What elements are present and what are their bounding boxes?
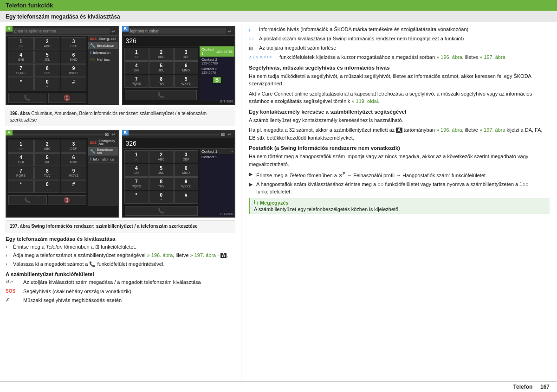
link-197-sec2[interactable]: » 197. ábra <box>479 127 505 133</box>
wrench-icon: 🔧 <box>90 43 95 48</box>
k5[interactable]: 5JKL <box>34 153 60 166</box>
key-hash[interactable]: # <box>61 77 87 90</box>
screen-197-b-del[interactable]: ⊠ <box>220 132 226 137</box>
screen-197-b-back[interactable]: ↩ <box>226 132 233 137</box>
screen-197-a-input[interactable] <box>12 134 104 135</box>
key-2b[interactable]: 2ABC <box>149 48 174 61</box>
menu-info-197[interactable]: ℹ Information call <box>88 156 118 163</box>
contact-3-num: 12345678 <box>201 71 233 74</box>
k-star[interactable]: * <box>8 180 34 193</box>
contact-2-item[interactable]: Contact 2 123456789 <box>200 57 234 66</box>
key-7b[interactable]: 7PQRS <box>124 75 149 88</box>
call-icon-func: ↺↗ <box>6 279 19 285</box>
section3-title: Postafiók (a Swing információs rendszerr… <box>249 145 550 151</box>
screen-197-b-topbar: ⌃ ⊠ ↩ <box>123 131 235 138</box>
k9b[interactable]: 9WXYZ <box>174 177 199 190</box>
nav-left-btn[interactable]: ‹ <box>229 149 230 154</box>
key-0[interactable]: 0+ <box>34 77 60 90</box>
link-196-nav[interactable]: » 196. ábra <box>436 54 462 60</box>
k-0b[interactable]: 0+ <box>149 191 174 204</box>
screen-197-a-back[interactable]: ↩ <box>110 132 117 137</box>
key-5[interactable]: 5JKL <box>34 51 60 64</box>
k2b[interactable]: 2ABC <box>149 150 174 163</box>
k1b[interactable]: 1○○ <box>124 150 149 163</box>
key-call-b[interactable]: 📞 <box>125 90 197 100</box>
key-8[interactable]: 8TUV <box>34 64 60 77</box>
key-9b[interactable]: 9WXYZ <box>174 75 199 88</box>
menu-breakdown-197[interactable]: 🔧 Breakdown call <box>88 147 118 156</box>
menu-mailbox[interactable]: ○○ Mail box <box>88 56 118 63</box>
contact-3-item[interactable]: Contact 3 12345678 <box>200 66 234 75</box>
screen-196-a-input[interactable]: Enter telephone number <box>12 28 110 34</box>
k3[interactable]: 3DEF <box>61 140 87 153</box>
link-197-body[interactable]: » 197. ábra <box>190 252 216 258</box>
k5b[interactable]: 5JKL <box>149 164 174 177</box>
contact-1-selected[interactable]: Contact 1 123456788 <box>200 46 234 57</box>
section2-p2: Ha pl. megadta a 32 számot, akkor a szám… <box>249 126 550 141</box>
k8b[interactable]: 8TUV <box>149 177 174 190</box>
key-call-197a[interactable]: 📞 <box>8 195 47 205</box>
k-0[interactable]: 0+ <box>34 180 60 193</box>
screen-197-b-number: 326 <box>123 138 235 149</box>
key-6b[interactable]: 6MNO <box>174 61 199 74</box>
key-end[interactable]: 📵 <box>48 93 86 103</box>
k7b[interactable]: 7PQRS <box>124 177 149 190</box>
contact-2-197[interactable]: Contact 2 <box>200 154 234 160</box>
key-3b[interactable]: 3DEF <box>174 48 199 61</box>
screen-196-a-back[interactable]: ↩ <box>110 29 117 34</box>
screen-196-b-back[interactable]: ↩ <box>226 29 233 34</box>
key-9[interactable]: 9WXYZ <box>61 64 87 77</box>
body-item-2: › Adja meg a telefonszámot a számbillent… <box>6 252 235 259</box>
key-1b[interactable]: 1○○ <box>124 48 149 61</box>
key-6[interactable]: 6MNO <box>61 51 87 64</box>
k2[interactable]: 2ABC <box>34 140 60 153</box>
link-196-sec2[interactable]: » 196. ábra <box>436 127 462 133</box>
screen-197-a-del[interactable]: ⊠ <box>104 132 110 137</box>
link-196-body[interactable]: » 196. ábra <box>147 252 173 258</box>
nav-right-btn[interactable]: › <box>231 149 233 154</box>
screen-196-a-keypad: 1○○ 2ABC 3DEF 4GHI 5JKL 6MNO 7PQRS 8TUV … <box>6 36 88 104</box>
k3b[interactable]: 3DEF <box>174 150 199 163</box>
menu-emerg-197[interactable]: SOS Emergency call <box>88 138 118 147</box>
info-text-voicemail: A postafiókszám kiválasztása (a Swing in… <box>259 35 464 42</box>
key-5b[interactable]: 5JKL <box>149 61 174 74</box>
screen-197-b-label: B <box>122 130 129 135</box>
nav-icons: ∧ / ∨ A < / > <box>249 54 277 60</box>
k7[interactable]: 7PQRS <box>8 167 34 180</box>
k8[interactable]: 8TUV <box>34 167 60 180</box>
key-2[interactable]: 2ABC <box>34 37 60 50</box>
k4[interactable]: 4GHI <box>8 153 34 166</box>
k-starb[interactable]: * <box>124 191 149 204</box>
key-4[interactable]: 4GHI <box>8 51 34 64</box>
screen-196-b-input[interactable]: lephone number <box>129 28 227 34</box>
k-hashb[interactable]: # <box>174 191 199 204</box>
key-7[interactable]: 7PQRS <box>8 64 34 77</box>
key-4b[interactable]: 4GHI <box>124 61 149 74</box>
k4b[interactable]: 4GHI <box>124 164 149 177</box>
func-item-wrench: ✗ Műszaki segélyhívás meghibásodás eseté… <box>6 297 235 304</box>
menu-info[interactable]: ℹ Information <box>88 49 118 56</box>
emerg-call-label: Emergency call <box>98 139 116 146</box>
screen-197-b-input[interactable] <box>129 134 220 135</box>
k-hash[interactable]: # <box>61 180 87 193</box>
info-text-delete: Az utoljára megadott szám törlése <box>259 45 336 51</box>
k6b[interactable]: 6MNO <box>174 164 199 177</box>
key-call[interactable]: 📞 <box>8 93 46 103</box>
info-item-nav: ∧ / ∨ A < / > funkciófelületek kijelzése… <box>249 54 550 61</box>
key-3[interactable]: 3DEF <box>61 37 87 50</box>
k6[interactable]: 6MNO <box>61 153 87 166</box>
func-text-sos: Segélyhívás (csak néhány országra vonatk… <box>23 288 131 295</box>
menu-breakdown[interactable]: 🔧 Breakdown <box>88 42 118 49</box>
i-icon: i <box>249 26 256 33</box>
k9[interactable]: 9WXYZ <box>61 167 87 180</box>
key-end-197a[interactable]: 📵 <box>48 195 86 205</box>
key-call-197b[interactable]: 📞 <box>125 206 198 216</box>
screen-196-b-contacts: Contact 1 123456788 Contact 2 123456789 … <box>200 46 234 101</box>
link-119[interactable]: » 119. oldal <box>351 98 378 104</box>
k1[interactable]: 1○○ <box>8 140 34 153</box>
key-1[interactable]: 1○○ <box>8 37 34 50</box>
key-8b[interactable]: 8TUV <box>149 75 174 88</box>
link-197-nav[interactable]: » 197. ábra <box>479 54 505 60</box>
menu-emerg-call[interactable]: SOS Emerg. call <box>88 36 118 42</box>
key-star[interactable]: * <box>8 77 34 90</box>
